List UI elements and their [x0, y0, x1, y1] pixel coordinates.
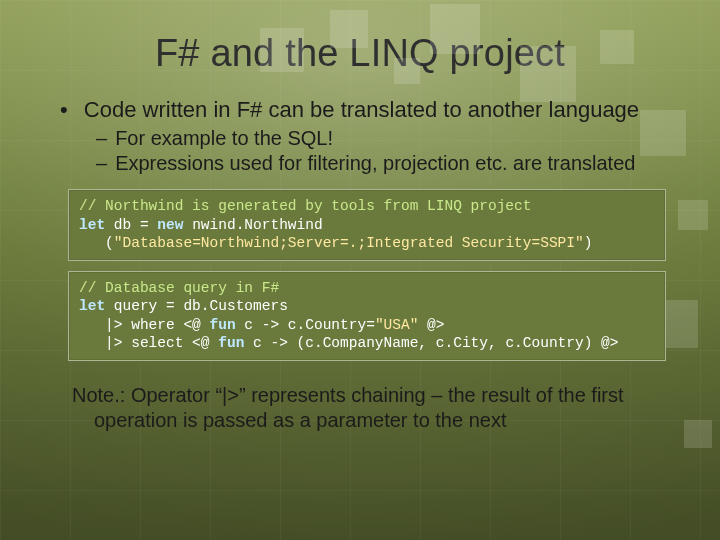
sub-bullet-item: Expressions used for filtering, projecti… [96, 152, 674, 175]
code-text: c -> (c.CompanyName, c.City, c.Country) … [244, 335, 618, 351]
code-text: db = [105, 217, 157, 233]
code-keyword: fun [210, 317, 236, 333]
code-text: c -> c.Country= [236, 317, 375, 333]
code-text: |> select <@ [79, 335, 218, 351]
code-text: ( [79, 235, 114, 251]
slide-content: Code written in F# can be translated to … [46, 97, 674, 433]
code-text: |> where <@ [79, 317, 210, 333]
code-comment: // Database query in F# [79, 280, 279, 296]
code-keyword: let [79, 217, 105, 233]
code-block-2: // Database query in F# let query = db.C… [68, 271, 666, 361]
sub-bullet-list: For example to the SQL! Expressions used… [60, 127, 674, 175]
slide: F# and the LINQ project Code written in … [0, 0, 720, 540]
code-text: ) [584, 235, 593, 251]
bullet-text: Code written in F# can be translated to … [84, 97, 639, 122]
code-text: nwind.Northwind [183, 217, 322, 233]
code-comment: // Northwind is generated by tools from … [79, 198, 531, 214]
code-text: @> [418, 317, 444, 333]
footnote: Note.: Operator “|>” represents chaining… [80, 383, 674, 433]
code-keyword: new [157, 217, 183, 233]
slide-title: F# and the LINQ project [46, 32, 674, 75]
sub-bullet-text: For example to the SQL! [115, 127, 333, 149]
code-keyword: let [79, 298, 105, 314]
bullet-item: Code written in F# can be translated to … [60, 97, 674, 175]
code-string: "Database=Northwind;Server=.;Integrated … [114, 235, 584, 251]
code-block-1: // Northwind is generated by tools from … [68, 189, 666, 261]
sub-bullet-item: For example to the SQL! [96, 127, 674, 150]
sub-bullet-text: Expressions used for filtering, projecti… [115, 152, 635, 174]
code-text: query = db.Customers [105, 298, 288, 314]
code-string: "USA" [375, 317, 419, 333]
bullet-list: Code written in F# can be translated to … [46, 97, 674, 175]
code-area: // Northwind is generated by tools from … [68, 189, 666, 361]
code-keyword: fun [218, 335, 244, 351]
